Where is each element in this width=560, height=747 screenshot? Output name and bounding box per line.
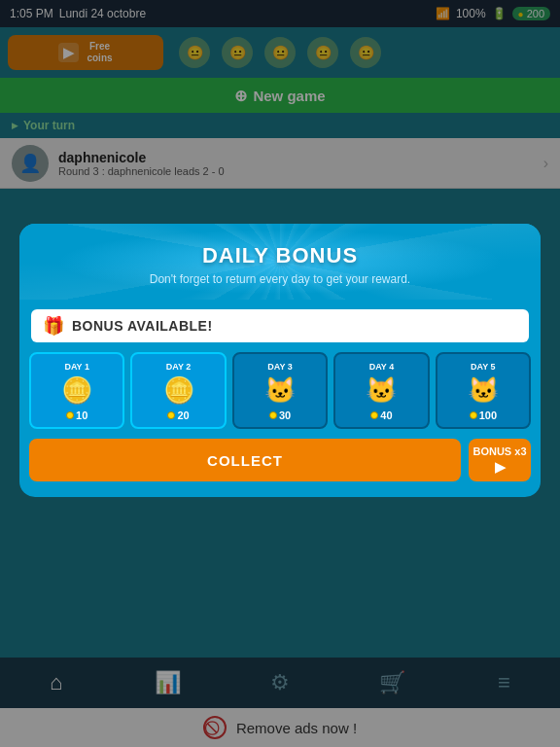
bonus-x3-label: BONUS x3 <box>472 445 526 457</box>
days-grid: DAY 1 🪙 10 DAY 2 🪙 20 DAY 3 🐱 30 DAY 4 🐱… <box>29 352 531 429</box>
gift-icon: 🎁 <box>43 315 64 337</box>
day-label: DAY 1 <box>35 362 119 372</box>
day-card-4: DAY 4 🐱 40 <box>333 352 429 429</box>
modal-header: DAILY BONUS Don't forget to return every… <box>19 224 541 300</box>
day-label: DAY 2 <box>136 362 220 372</box>
day-card-2: DAY 2 🪙 20 <box>130 352 226 429</box>
day-image: 🐱 <box>441 375 525 406</box>
day-amount: 40 <box>380 409 392 421</box>
day-image: 🪙 <box>136 375 220 406</box>
day-amount: 30 <box>279 409 291 421</box>
day-coins: 30 <box>238 409 322 421</box>
coin-dot <box>269 411 277 419</box>
collect-button[interactable]: COLLECT <box>29 439 461 481</box>
bonus-x3-button[interactable]: BONUS x3 ▶ <box>469 439 531 481</box>
coin-dot <box>66 411 74 419</box>
day-card-3: DAY 3 🐱 30 <box>232 352 328 429</box>
daily-bonus-modal: DAILY BONUS Don't forget to return every… <box>19 224 541 497</box>
day-image: 🪙 <box>35 375 119 406</box>
coin-dot <box>370 411 378 419</box>
day-card-5: DAY 5 🐱 100 <box>436 352 531 429</box>
collect-label: COLLECT <box>207 452 283 469</box>
coin-dot <box>470 411 477 419</box>
day-card-1: DAY 1 🪙 10 <box>29 352 124 429</box>
day-coins: 100 <box>441 409 525 421</box>
day-amount: 20 <box>177 409 189 421</box>
day-label: DAY 5 <box>441 362 525 372</box>
day-amount: 100 <box>479 409 497 421</box>
modal-subtitle: Don't forget to return every day to get … <box>35 272 525 286</box>
day-label: DAY 4 <box>339 362 423 372</box>
day-coins: 20 <box>136 409 220 421</box>
coin-dot <box>167 411 175 419</box>
day-label: DAY 3 <box>238 362 322 372</box>
day-image: 🐱 <box>238 375 322 406</box>
collect-row: COLLECT BONUS x3 ▶ <box>29 439 531 481</box>
bonus-x3-icon: ▶ <box>495 459 506 475</box>
day-image: 🐱 <box>339 375 423 406</box>
bonus-available-text: BONUS AVAILABLE! <box>72 318 213 334</box>
modal-title: DAILY BONUS <box>35 243 525 268</box>
day-amount: 10 <box>76 409 88 421</box>
day-coins: 40 <box>339 409 423 421</box>
bonus-available-box: 🎁 BONUS AVAILABLE! <box>31 309 529 342</box>
day-coins: 10 <box>35 409 119 421</box>
